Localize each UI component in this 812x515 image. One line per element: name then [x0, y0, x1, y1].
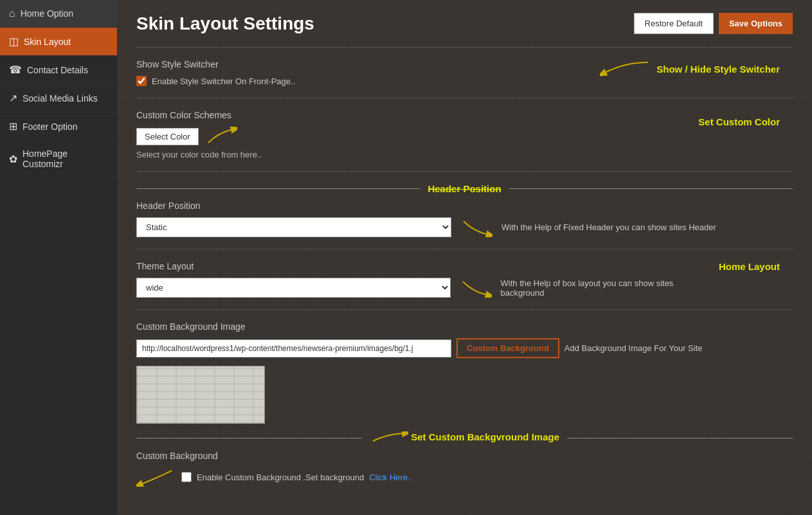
click-here-link[interactable]: Click Here. [369, 473, 410, 482]
bg-image-hint: Add Background Image For Your Site [564, 343, 703, 353]
divider-3 [136, 171, 793, 172]
divider-2 [136, 98, 793, 98]
home-icon: ⌂ [9, 8, 15, 19]
custom-bg-image-section: Custom Background Image Custom Backgroun… [136, 321, 793, 424]
sidebar-item-home-option[interactable]: ⌂ Home Option [0, 0, 117, 28]
header-position-select[interactable]: Static Fixed Sticky [136, 217, 451, 237]
arrow-style-switcher [600, 59, 651, 78]
show-hide-annotation: Show / Hide Style Switcher [656, 64, 780, 75]
bg-image-preview [136, 366, 265, 424]
sidebar-item-social-media-links[interactable]: ↗ Social Media Links [0, 84, 117, 113]
set-custom-bg-text: Set Custom Backgvround Image [411, 431, 559, 442]
sidebar-item-label: Footer Option [23, 122, 78, 132]
line-right-2 [567, 438, 793, 438]
arrow-color [205, 127, 237, 146]
show-style-switcher-section: Show Style Switcher Enable Style Switche… [136, 59, 793, 86]
header-position-section: Header Position Static Fixed Sticky With… [136, 201, 793, 237]
custom-background-label: Custom Background [136, 451, 793, 461]
header-position-dropdown-row: Static Fixed Sticky With the Help of Fix… [136, 217, 793, 237]
page-header: Skin Layout Settings Restore Default Sav… [136, 13, 793, 34]
custom-color-label: Custom Color Schemes [136, 110, 262, 120]
sidebar-item-footer-option[interactable]: ⊞ Footer Option [0, 113, 117, 141]
sidebar-item-label: Home Option [21, 8, 73, 19]
custom-color-section: Custom Color Schemes Select Color Select… [136, 110, 793, 159]
theme-layout-hint: With the Help of box layout you can show… [501, 278, 719, 298]
header-position-annotation: Header Position [420, 183, 509, 194]
divider-1 [136, 47, 793, 48]
theme-layout-section: Theme Layout wide box [136, 261, 793, 298]
header-position-annotation-text: Header Position [428, 183, 501, 194]
contact-icon: ☎ [9, 64, 22, 76]
bg-image-input[interactable] [136, 339, 451, 357]
header-position-annotation-line: Header Position [136, 183, 793, 194]
header-buttons: Restore Default Save Options [634, 13, 793, 34]
show-style-switcher-label: Show Style Switcher [136, 59, 295, 69]
bg-image-row: Custom Background Add Background Image F… [136, 338, 793, 358]
arrow-custom-bg [136, 467, 175, 487]
select-color-button[interactable]: Select Color [136, 128, 199, 145]
sidebar-item-contact-details[interactable]: ☎ Contact Details [0, 56, 117, 84]
style-switcher-checkbox-label: Enable Style Switcher On Front-Page.. [152, 77, 295, 86]
style-switcher-checkbox-row: Enable Style Switcher On Front-Page.. [136, 76, 295, 86]
custom-bg-checkbox-text: Enable Custom Background .Set background [197, 473, 364, 482]
main-content: Skin Layout Settings Restore Default Sav… [117, 0, 812, 515]
sidebar-item-label: HomePage Customizr [23, 149, 108, 169]
custom-bg-checkbox-row: Enable Custom Background .Set background… [181, 472, 410, 482]
save-options-button[interactable]: Save Options [719, 13, 793, 34]
custom-background-button[interactable]: Custom Background [456, 338, 559, 358]
social-icon: ↗ [9, 92, 17, 104]
header-position-label: Header Position [136, 201, 793, 211]
custom-bg-checkbox[interactable] [181, 472, 192, 482]
sidebar-item-label: Social Media Links [23, 93, 98, 104]
arrow-header-position [460, 218, 492, 237]
custom-background-section: Custom Background Enable Custom Backgrou… [136, 451, 793, 487]
set-custom-bg-annotation: Set Custom Backgvround Image [362, 431, 567, 444]
customizr-icon: ✿ [9, 153, 17, 165]
sidebar-item-label: Contact Details [27, 65, 88, 75]
theme-layout-dropdown-row: wide box With the Help of box layout you… [136, 278, 719, 298]
home-layout-annotation: Home Layout [719, 261, 780, 272]
theme-layout-label: Theme Layout [136, 261, 719, 271]
color-picker-row: Select Color [136, 127, 262, 146]
line-right [509, 188, 793, 189]
theme-layout-select[interactable]: wide box [136, 278, 451, 298]
sidebar-item-label: Skin Layout [24, 37, 71, 47]
custom-bg-image-label: Custom Background Image [136, 321, 793, 332]
arrow-bg-image [370, 431, 408, 444]
page-title: Skin Layout Settings [136, 14, 314, 34]
divider-4 [136, 249, 793, 249]
color-hint: Select your color code from here.. [136, 150, 262, 159]
line-left [136, 188, 420, 189]
footer-icon: ⊞ [9, 120, 17, 132]
set-custom-bg-annotation-line: Set Custom Backgvround Image [136, 431, 793, 444]
divider-5 [136, 309, 793, 310]
style-switcher-checkbox[interactable] [136, 76, 147, 86]
line-left-2 [136, 438, 362, 438]
sidebar: ⌂ Home Option ◫ Skin Layout ☎ Contact De… [0, 0, 117, 515]
sidebar-item-homepage-customizr[interactable]: ✿ HomePage Customizr [0, 141, 117, 177]
header-position-hint: With the Help of Fixed Header you can sh… [501, 222, 716, 232]
arrow-theme-layout [460, 278, 492, 298]
restore-default-button[interactable]: Restore Default [634, 13, 714, 34]
set-custom-color-annotation: Set Custom Color [698, 116, 780, 127]
skin-icon: ◫ [9, 35, 19, 48]
sidebar-item-skin-layout[interactable]: ◫ Skin Layout [0, 28, 117, 56]
